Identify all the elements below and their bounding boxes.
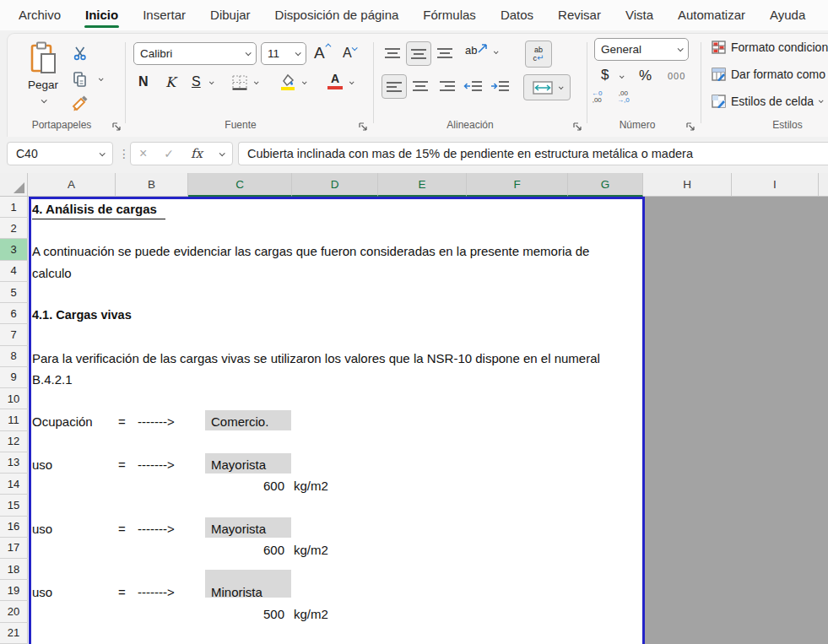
column-header-H[interactable]: H [643,173,732,197]
row-header-12[interactable]: 12 [0,431,28,452]
conditional-formatting-button[interactable]: Formato condicional [712,41,828,54]
row-header-20[interactable]: 20 [0,601,28,622]
cell-b13-equals[interactable]: = [118,454,126,475]
cell-d20-unit[interactable]: kg/m2 [294,603,328,625]
alignment-dialog-launcher-icon[interactable] [572,120,582,130]
cell-a9-paragraph[interactable]: B.4.2.1 [32,369,73,390]
tab-insertar[interactable]: Insertar [134,1,194,30]
tab-archivo[interactable]: Archivo [10,1,69,30]
row-header-5[interactable]: 5 [0,282,28,303]
italic-button[interactable]: K [165,74,176,90]
format-painter-button[interactable] [71,95,89,116]
cell-b19-equals[interactable]: = [118,582,126,603]
tab-ayuda[interactable]: Ayuda [761,1,814,30]
formula-input[interactable]: Cubierta inclinada con mas de 15% de pen… [238,142,828,165]
row-header-16[interactable]: 16 [0,517,28,538]
cell-d17-unit[interactable]: kg/m2 [294,539,328,560]
cell-c14-amount[interactable]: 600 [205,475,284,496]
tab-disposicion[interactable]: Disposición de página [267,1,408,30]
paste-button[interactable]: Pegar [19,41,68,116]
increase-indent-button[interactable] [490,80,511,95]
tab-formulas[interactable]: Fórmulas [414,1,484,30]
clipboard-dialog-launcher-icon[interactable] [111,120,122,130]
tab-vista[interactable]: Vista [617,1,662,30]
font-color-button[interactable]: A [327,73,343,89]
cell-a13-label[interactable]: uso [32,454,52,475]
tab-datos[interactable]: Datos [492,1,542,30]
row-header-9[interactable]: 9 [0,367,28,388]
cell-a8-paragraph[interactable]: Para la verificación de las cargas vivas… [32,348,600,369]
row-header-18[interactable]: 18 [0,559,28,580]
fx-chevron-icon[interactable] [219,150,225,156]
row-header-17[interactable]: 17 [0,538,28,559]
row-header-2[interactable]: 2 [0,218,28,239]
cell-c13-value[interactable]: Mayorista [211,454,266,475]
row-header-10[interactable]: 10 [0,388,28,409]
cell-b11-equals[interactable]: = [118,411,126,432]
copy-button[interactable] [73,71,88,91]
tab-dibujar[interactable]: Dibujar [202,1,259,30]
row-header-11[interactable]: 11 [0,409,28,430]
cell-c11-value[interactable]: Comercio. [211,411,268,432]
row-header-4[interactable]: 4 [0,261,28,282]
increase-decimals-button[interactable]: ←0 ,00 [592,90,602,104]
align-top-button[interactable] [383,47,402,62]
cell-styles-button[interactable]: Estilos de celda [712,95,822,108]
column-header-C[interactable]: C [188,173,292,197]
tab-revisar[interactable]: Revisar [549,1,609,30]
font-name-combobox[interactable]: Calibri [133,42,257,65]
font-size-combobox[interactable]: 11 [261,42,306,65]
thousands-format-button[interactable]: 000 [668,71,685,81]
cell-a3-paragraph[interactable]: A continuación se puede evidenciar las c… [32,241,589,262]
decrease-indent-button[interactable] [463,80,484,95]
currency-format-button[interactable]: $ [601,67,609,84]
number-format-combobox[interactable]: General [594,38,689,61]
percent-format-button[interactable]: % [639,68,652,84]
column-header-partial[interactable] [819,173,828,197]
merge-center-button[interactable] [523,74,571,100]
cell-c17-amount[interactable]: 600 [205,539,284,560]
tab-inicio[interactable]: Inicio [77,1,127,30]
orientation-button[interactable]: ab [465,42,489,57]
enter-check-icon[interactable]: ✓ [164,147,174,160]
cell-c19-value[interactable]: Minorista [211,582,262,603]
column-header-F[interactable]: F [467,173,568,197]
column-header-B[interactable]: B [116,173,188,197]
underline-button[interactable]: S [192,74,201,89]
row-header-13[interactable]: 13 [0,452,28,474]
cell-d14-unit[interactable]: kg/m2 [294,475,328,496]
row-header-3[interactable]: 3 [0,239,28,260]
align-left-button[interactable] [382,74,407,99]
row-header-1[interactable]: 1 [0,197,28,218]
bold-button[interactable]: N [138,74,149,89]
align-bottom-button[interactable] [436,47,454,62]
align-right-button[interactable] [438,80,457,95]
column-header-I[interactable]: I [732,173,819,197]
cell-c20-amount[interactable]: 500 [205,603,284,625]
row-header-7[interactable]: 7 [0,324,28,345]
align-center-button[interactable] [411,80,430,95]
font-dialog-launcher-icon[interactable] [358,120,368,130]
name-box[interactable]: C40 [7,142,113,165]
align-middle-button[interactable] [406,41,431,66]
insert-function-button[interactable]: fx [191,146,203,161]
decrease-decimals-button[interactable]: ,00 →,0 [617,90,630,104]
row-header-21[interactable]: 21 [0,623,28,644]
borders-button[interactable] [231,74,248,95]
select-all-corner[interactable] [0,173,28,197]
column-header-A[interactable]: A [28,173,116,197]
column-header-G[interactable]: G [568,173,643,197]
wrap-text-button[interactable]: ab c↵ [525,41,552,68]
row-header-15[interactable]: 15 [0,495,28,516]
decrease-font-size-button[interactable]: A [343,46,356,61]
cell-a4-paragraph[interactable]: calculo [32,262,72,284]
cell-a6-subtitle[interactable]: 4.1. Cargas vivas [32,305,132,326]
cell-b16-equals[interactable]: = [118,518,126,539]
cell-c16-value[interactable]: Mayorista [211,518,266,539]
increase-font-size-button[interactable]: A [314,44,329,62]
number-dialog-launcher-icon[interactable] [685,120,695,130]
cell-a1-title[interactable]: 4. Análisis de cargas [32,198,165,219]
column-header-E[interactable]: E [378,173,467,197]
row-header-14[interactable]: 14 [0,474,28,495]
cell-a11-label[interactable]: Ocupación [32,411,93,432]
